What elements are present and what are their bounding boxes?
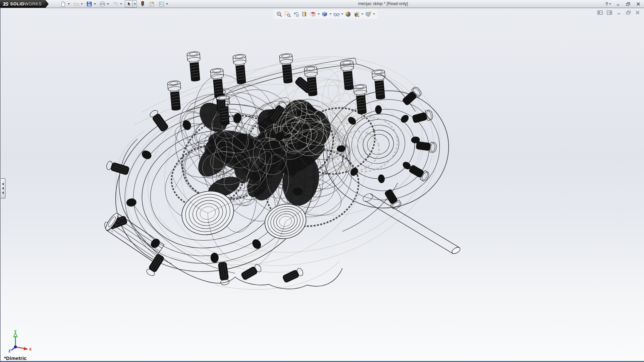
previous-view-icon bbox=[293, 11, 299, 17]
view-orientation-label: *Dimetric bbox=[4, 355, 27, 361]
titlebar: 3S SOLIDWORKS bbox=[0, 0, 644, 8]
undo-button[interactable] bbox=[112, 1, 119, 7]
close-icon bbox=[636, 2, 640, 6]
save-button[interactable] bbox=[86, 1, 93, 7]
collapse-arrow-icon bbox=[2, 187, 4, 190]
svg-text:Z: Z bbox=[8, 349, 11, 353]
select-tool-button[interactable] bbox=[125, 0, 133, 8]
rebuild-traffic-light-icon bbox=[140, 1, 145, 7]
doc-close-button[interactable] bbox=[635, 10, 641, 15]
doc-close-icon bbox=[635, 10, 640, 15]
apply-scene-button[interactable] bbox=[352, 10, 361, 18]
options-checklist-icon bbox=[159, 1, 164, 7]
undo-dropdown[interactable] bbox=[119, 1, 123, 7]
window-controls: ? bbox=[605, 0, 641, 8]
section-view-button[interactable] bbox=[300, 10, 309, 18]
open-dropdown[interactable] bbox=[80, 1, 84, 7]
print-icon bbox=[100, 1, 105, 7]
edit-appearance-icon bbox=[345, 11, 351, 17]
zoom-to-fit-icon bbox=[276, 11, 282, 17]
headsup-view-toolbar bbox=[273, 9, 378, 19]
print-dropdown[interactable] bbox=[106, 1, 110, 7]
hide-show-items-button[interactable] bbox=[332, 10, 340, 18]
svg-text:Y: Y bbox=[14, 330, 17, 334]
show-right-pane-icon bbox=[607, 10, 612, 15]
collapse-arrow-icon bbox=[2, 183, 4, 185]
solidworks-logo-mark-icon: 3S bbox=[3, 1, 8, 7]
edit-appearance-button[interactable] bbox=[344, 10, 352, 18]
options-button[interactable] bbox=[158, 1, 165, 7]
brand-bold: SOLID bbox=[10, 1, 24, 6]
restore-icon bbox=[626, 2, 631, 6]
previous-view-button[interactable] bbox=[292, 10, 300, 18]
doc-minimize-icon bbox=[617, 10, 621, 15]
close-button[interactable] bbox=[635, 1, 641, 7]
options-dropdown[interactable] bbox=[165, 1, 169, 7]
print-button[interactable] bbox=[99, 1, 106, 7]
save-floppy-icon bbox=[87, 1, 92, 7]
window-title: menjac sklop * [Read-only] bbox=[336, 0, 430, 8]
file-properties-icon bbox=[149, 1, 155, 7]
graphics-viewport[interactable]: Y X Z *Dimetric bbox=[0, 8, 644, 361]
gearbox-model-wireframe[interactable] bbox=[1, 8, 644, 361]
select-tool-dropdown[interactable] bbox=[133, 0, 137, 8]
triad-axes-icon: Y X Z bbox=[3, 330, 32, 354]
feature-pane-collapsed-tab[interactable] bbox=[1, 178, 5, 198]
collapse-arrow-icon bbox=[2, 191, 4, 194]
new-document-button[interactable] bbox=[59, 1, 67, 7]
doc-restore-icon bbox=[626, 10, 631, 15]
show-left-pane-icon bbox=[597, 10, 603, 15]
view-settings-button[interactable] bbox=[364, 10, 372, 18]
view-settings-dropdown[interactable] bbox=[372, 10, 376, 18]
display-style-dropdown[interactable] bbox=[329, 10, 332, 18]
restore-button[interactable] bbox=[625, 1, 631, 7]
minimize-icon bbox=[616, 2, 620, 6]
display-style-icon bbox=[321, 11, 328, 17]
undo-arrow-icon bbox=[112, 1, 118, 7]
document-window-controls bbox=[597, 10, 641, 15]
new-document-dropdown[interactable] bbox=[67, 1, 70, 7]
brand-light: WORKS bbox=[24, 1, 42, 6]
minimize-button[interactable] bbox=[615, 1, 621, 7]
apply-scene-icon bbox=[353, 11, 360, 17]
doc-restore-button[interactable] bbox=[625, 10, 631, 15]
file-properties-button[interactable] bbox=[148, 1, 156, 7]
help-dropdown[interactable] bbox=[609, 3, 611, 5]
open-folder-icon bbox=[73, 1, 79, 7]
new-document-icon bbox=[60, 1, 66, 7]
show-left-pane-button[interactable] bbox=[597, 10, 603, 15]
toolbar-expand-chevron-icon[interactable] bbox=[46, 0, 49, 8]
zoom-to-area-icon bbox=[284, 11, 291, 17]
view-orientation-icon bbox=[310, 11, 316, 17]
zoom-to-fit-button[interactable] bbox=[275, 10, 283, 18]
zoom-to-area-button[interactable] bbox=[283, 10, 292, 18]
save-dropdown[interactable] bbox=[93, 1, 97, 7]
display-style-button[interactable] bbox=[320, 10, 329, 18]
open-button[interactable] bbox=[72, 1, 80, 7]
view-settings-icon bbox=[365, 11, 372, 17]
reference-triad: Y X Z bbox=[3, 330, 32, 356]
select-cursor-icon bbox=[126, 1, 131, 7]
hide-show-items-dropdown[interactable] bbox=[340, 10, 344, 18]
solidworks-logo: 3S SOLIDWORKS bbox=[0, 0, 46, 8]
view-orientation-dropdown[interactable] bbox=[317, 10, 320, 18]
apply-scene-dropdown[interactable] bbox=[361, 10, 364, 18]
main-toolbar bbox=[59, 0, 171, 8]
view-orientation-button[interactable] bbox=[309, 10, 317, 18]
section-view-icon bbox=[301, 11, 308, 17]
hide-show-items-icon bbox=[333, 11, 340, 17]
help-button[interactable]: ? bbox=[605, 1, 608, 7]
rebuild-button[interactable] bbox=[139, 1, 146, 7]
solidworks-brand: SOLIDWORKS bbox=[10, 1, 42, 6]
show-right-pane-button[interactable] bbox=[606, 10, 612, 15]
svg-text:X: X bbox=[29, 347, 32, 351]
doc-minimize-button[interactable] bbox=[616, 10, 622, 15]
